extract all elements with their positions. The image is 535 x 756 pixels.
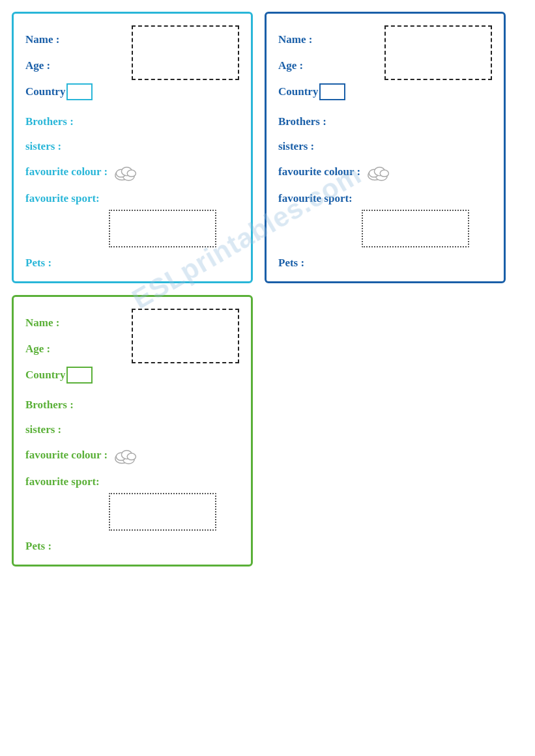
brothers-label-1: Brothers : [25, 115, 74, 128]
sport-dotted-box-1 [109, 210, 216, 247]
brothers-label-2: Brothers : [278, 115, 326, 128]
age-label-3: Age : [25, 343, 50, 356]
fav-sport-label-2: favourite sport: [278, 192, 353, 205]
pets-label-1: Pets : [25, 257, 51, 270]
flag-box-1 [66, 83, 93, 100]
sisters-label-2: sisters : [278, 140, 314, 153]
country-label-3: Country [25, 369, 65, 382]
pets-label-2: Pets : [278, 257, 304, 270]
name-label-2: Name : [278, 33, 312, 46]
name-label-3: Name : [25, 316, 59, 329]
dashed-name-box-2 [384, 25, 492, 80]
svg-point-14 [127, 453, 136, 460]
cloud-icon-1 [111, 162, 140, 182]
fav-colour-label-2: favourite colour : [278, 165, 360, 178]
cloud-icon-2 [364, 162, 393, 182]
fav-sport-label-1: favourite sport: [25, 192, 100, 205]
flag-box-2 [319, 83, 345, 100]
card-2: Name : Age : Country Brothers : sisters … [265, 12, 506, 283]
card-3: Name : Age : Country Brothers : sisters … [12, 295, 253, 567]
age-label-1: Age : [25, 59, 50, 72]
card-1: Name : Age : Country Brothers : sisters … [12, 12, 253, 283]
svg-point-4 [127, 170, 136, 176]
age-label-2: Age : [278, 59, 303, 72]
sisters-label-1: sisters : [25, 140, 61, 153]
sport-dotted-box-2 [362, 210, 469, 247]
svg-point-9 [380, 170, 388, 176]
fav-sport-label-3: favourite sport: [25, 475, 100, 488]
sisters-label-3: sisters : [25, 423, 61, 436]
brothers-label-3: Brothers : [25, 399, 74, 412]
flag-box-3 [66, 367, 93, 384]
name-label-1: Name : [25, 33, 59, 46]
dashed-name-box-1 [132, 25, 239, 80]
fav-colour-label-3: favourite colour : [25, 449, 108, 462]
cloud-icon-3 [111, 445, 140, 465]
country-label-1: Country [25, 85, 65, 98]
fav-colour-label-1: favourite colour : [25, 165, 108, 178]
dashed-name-box-3 [132, 309, 239, 363]
country-label-2: Country [278, 85, 318, 98]
pets-label-3: Pets : [25, 540, 51, 553]
sport-dotted-box-3 [109, 493, 216, 531]
